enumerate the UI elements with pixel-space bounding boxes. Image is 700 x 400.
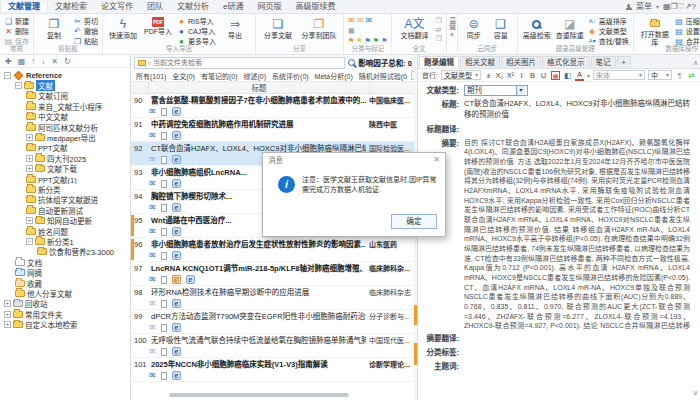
collapsed-group-advanced[interactable]: 高级 « — [447, 14, 458, 54]
column-journal[interactable] — [369, 82, 417, 93]
style-select[interactable]: 文献类型▾ — [441, 70, 481, 80]
filter-tab[interactable]: 全文(0) — [169, 71, 198, 81]
quick-add-button[interactable]: ϟ快速添加 — [107, 16, 139, 40]
fulltext-link-icon[interactable]: e — [172, 131, 181, 140]
fulltext-link-icon[interactable]: e — [172, 179, 181, 188]
reference-row[interactable]: 97 LncRNA KCNQ1OT1调节miR-218-5p/KLF8轴对肺癌细… — [131, 262, 417, 286]
envelope-icon[interactable]: ✉ — [149, 275, 156, 284]
tree-item[interactable]: PPT文献 — [0, 143, 130, 153]
reference-row[interactable]: 91 中药调控免疫细胞抗肺癌作用机制研究进展 陕西中医 ✉ e — [131, 118, 417, 142]
format-icon[interactable]: B — [528, 71, 537, 80]
envelope-icon[interactable]: ✉ — [149, 299, 156, 308]
fulltext-extra-icon[interactable]: ❐ — [435, 17, 441, 25]
sidebar-tool-icon[interactable]: ↑ — [31, 57, 35, 66]
filter-tab[interactable]: 所有(101) — [133, 71, 169, 81]
tree-item[interactable]: 抗体组学文献跟进 — [0, 195, 130, 205]
format-icon[interactable]: X₂ — [495, 71, 504, 80]
format-icon[interactable]: I — [517, 71, 526, 80]
ribbon-tab[interactable]: 高级版续费 — [288, 2, 342, 11]
titlebar-icon[interactable]: ❐ — [671, 2, 678, 11]
dialog-ok-button[interactable]: 确定 — [391, 214, 437, 229]
envelope-icon[interactable]: ✉ — [149, 347, 156, 356]
sync-button[interactable]: ⊜同步 — [462, 16, 486, 40]
titlebar-icon[interactable]: ♡ — [678, 2, 685, 11]
tag-envelope-icon[interactable]: ✉ — [348, 16, 355, 25]
ribbon-tab[interactable]: 文献检索 — [48, 2, 94, 11]
note-icon[interactable] — [161, 108, 167, 116]
pdf-import-button[interactable]: PDFPDF导入 — [142, 16, 174, 36]
undo-button[interactable]: ↶撤销 — [73, 27, 98, 36]
expand-toggle[interactable]: − — [4, 72, 11, 79]
share-doc-button[interactable]: ❏分享文献 — [260, 16, 296, 40]
titlebar-icon[interactable]: ▦ — [663, 2, 671, 11]
ribbon-tab[interactable]: 文献分析 — [170, 2, 216, 11]
envelope-icon[interactable]: ✉ — [149, 107, 156, 116]
filter-tab[interactable]: 有笔记的(0) — [198, 71, 241, 81]
reference-row[interactable]: 90 富含丝氨酸-精氨酸剪接因子7在非小细胞肺癌患者术前血液中的... 中国临床… — [131, 94, 417, 118]
tree-item[interactable]: 文献订阅 — [0, 91, 130, 101]
sidebar-tool-icon[interactable]: ✚ — [5, 57, 12, 66]
expand-toggle[interactable]: + — [4, 300, 11, 307]
filter-tab[interactable]: 随机对照试验(0 — [356, 71, 410, 81]
dialog-close-icon[interactable]: ✕ — [433, 155, 440, 164]
size-select[interactable]: 中▾ — [648, 70, 672, 80]
detail-tab[interactable]: 相关图片 — [501, 56, 541, 68]
fulltext-link-icon[interactable]: e — [172, 107, 181, 116]
capacity-button[interactable]: ❑容量 — [489, 16, 513, 40]
type-select[interactable]: 期刊▾ — [464, 85, 528, 96]
search-icon[interactable] — [348, 59, 355, 66]
fulltext-link-icon[interactable]: e — [172, 155, 181, 164]
ribbon-tab[interactable]: 团队 — [140, 2, 170, 11]
copy-button[interactable]: ❐复制 — [38, 16, 70, 40]
format-icon[interactable]: X² — [506, 71, 515, 80]
tags-field-value[interactable] — [464, 347, 690, 358]
column-title[interactable]: 标题 — [149, 82, 369, 93]
envelope-icon[interactable]: ✉ — [149, 203, 156, 212]
envelope-icon[interactable]: ✉ — [149, 323, 156, 332]
keywords-field-value[interactable] — [464, 361, 690, 372]
tree-item[interactable]: − 新分类1 — [0, 236, 130, 246]
fulltext-link-icon[interactable]: e — [172, 347, 181, 356]
detail-tab[interactable]: 题录编辑 — [419, 56, 459, 68]
fulltext-link-icon[interactable]: e — [186, 275, 195, 284]
filter-tab[interactable]: 综述(0) — [240, 71, 269, 81]
envelope-icon[interactable]: ✉ — [149, 179, 156, 188]
fulltext-link-icon[interactable]: e — [172, 371, 181, 380]
tree-item[interactable]: PPT文献(1) — [0, 174, 130, 184]
sidebar-tool-icon[interactable]: ✕ — [51, 57, 58, 66]
ribbon-tab[interactable]: 文献管理 — [0, 2, 48, 11]
sidebar-tool-icon[interactable]: ▦ — [18, 57, 26, 66]
pilcrow-icon[interactable]: ¶ — [675, 71, 684, 80]
tree-item[interactable]: 饮食和营养23-3000 — [0, 247, 130, 257]
detail-tab[interactable]: 相关文献 — [460, 56, 500, 68]
reference-type-button[interactable]: ◈文献类型 — [588, 27, 629, 36]
dialog-titlebar[interactable]: 消息 ✕ — [263, 153, 445, 166]
title-trans-value[interactable] — [464, 124, 690, 135]
share-team-button[interactable]: ❐分享到团队 — [299, 16, 339, 40]
cut-button[interactable]: ✂剪切 — [73, 17, 98, 26]
expand-toggle[interactable]: − — [26, 238, 33, 245]
fulltext-extra-icon[interactable]: ❒ — [435, 35, 441, 43]
export-button[interactable]: ⇒导出 — [219, 16, 251, 40]
column-number[interactable] — [131, 82, 149, 93]
new-button[interactable]: ❏新建 — [4, 17, 29, 26]
tree-item[interactable]: 他人分享文献 — [0, 288, 130, 298]
detail-tab[interactable]: + — [617, 56, 631, 68]
expand-toggle[interactable]: + — [4, 311, 11, 318]
ribbon-tab[interactable]: 网页版 — [250, 2, 288, 11]
tree-item[interactable]: 阿司匹林文献分析 — [0, 122, 130, 132]
envelope-icon[interactable]: ✉ — [149, 371, 156, 380]
tag-envelope-icon[interactable]: ✉ — [365, 16, 372, 25]
tag-grid-icon[interactable]: ▦ — [348, 27, 355, 35]
fulltext-link-icon[interactable]: e — [172, 299, 181, 308]
expand-toggle[interactable]: + — [26, 165, 33, 172]
note-icon[interactable] — [161, 276, 167, 284]
sidebar-tool-icon[interactable]: ↓ — [41, 57, 45, 66]
menu-button[interactable]: 菜单 — [636, 0, 652, 14]
fulltext-link-icon[interactable]: e — [172, 227, 181, 236]
user-icon[interactable] — [626, 4, 632, 10]
expand-toggle[interactable]: + — [4, 321, 11, 328]
envelope-icon[interactable]: ✉ — [149, 155, 156, 164]
tree-item[interactable]: − Reference — [0, 70, 130, 80]
ribbon-tab[interactable]: e研通 — [216, 2, 250, 11]
